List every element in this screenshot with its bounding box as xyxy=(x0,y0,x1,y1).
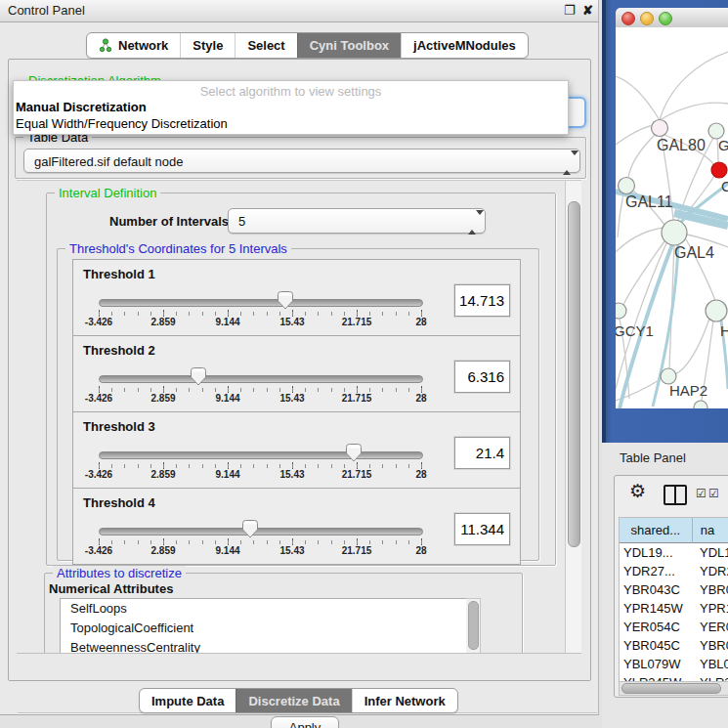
table-data-group: Table Data galFiltered.sif default node xyxy=(15,137,586,179)
attributes-group-title: Attributes to discretize xyxy=(53,566,186,580)
node-gal80[interactable] xyxy=(652,120,668,137)
slider-minor-ticks xyxy=(99,540,423,544)
node-gcy1[interactable] xyxy=(616,303,626,319)
network-window-titlebar xyxy=(616,8,728,28)
node-selected-red[interactable] xyxy=(711,162,727,178)
slider-handle[interactable] xyxy=(346,444,362,462)
slider-track[interactable] xyxy=(99,299,423,307)
split-columns-icon[interactable] xyxy=(664,485,687,505)
attribute-list-item[interactable]: TopologicalCoefficient xyxy=(61,619,467,638)
table-panel-title: Table Panel xyxy=(620,450,686,465)
tick-label: 28 xyxy=(415,469,426,480)
select-all-checkbox-icon[interactable]: ☑ xyxy=(696,488,707,499)
threshold-value-field[interactable]: 6.316 xyxy=(454,361,510,393)
select-none-checkbox-icon[interactable]: ☑ xyxy=(708,488,719,499)
combo-stepper-icon xyxy=(563,155,571,167)
algorithm-option-manual[interactable]: Manual Discretization xyxy=(16,100,147,114)
tab-label: Network xyxy=(118,38,168,53)
control-panel-title: Control Panel xyxy=(8,3,85,18)
tab-network[interactable]: Network xyxy=(87,33,180,58)
tab-jactivemnodules[interactable]: jActiveMNodules xyxy=(401,33,528,58)
tick-label: 9.144 xyxy=(215,469,239,480)
algorithm-placeholder-option[interactable]: Select algorithm to view settings xyxy=(14,84,568,99)
numerical-attributes-list[interactable]: SelfLoopsTopologicalCoefficientBetweenne… xyxy=(60,598,468,654)
table-row[interactable]: YDR27...YDR2 xyxy=(620,562,728,580)
slider-tick-labels: -3.4262.8599.14415.4321.71528 xyxy=(73,317,520,330)
minimize-traffic-light[interactable] xyxy=(640,12,654,25)
node-label-gal80: GAL80 xyxy=(657,137,706,153)
scrollbar-thumb[interactable] xyxy=(621,683,721,694)
threshold-label: Threshold 3 xyxy=(83,419,155,434)
tab-style[interactable]: Style xyxy=(180,33,235,58)
bottom-tab-strip: Impute DataDiscretize DataInfer Network xyxy=(139,688,458,713)
slider-track[interactable] xyxy=(99,451,423,459)
tick-label: -3.426 xyxy=(85,469,112,480)
scrollbar-thumb[interactable] xyxy=(568,201,580,547)
table-cell: YER054C xyxy=(620,618,694,636)
table-row[interactable]: YDL19...YDL1 xyxy=(620,543,728,562)
slider-handle[interactable] xyxy=(191,367,206,386)
slider-track[interactable] xyxy=(99,528,423,535)
table-cell: YDL19... xyxy=(620,543,694,562)
thresholds-group-title: Threshold's Coordinates for 5 Intervals xyxy=(65,241,291,256)
attribute-list-item[interactable]: SelfLoops xyxy=(61,599,467,619)
node-label-gcy1: GCY1 xyxy=(616,322,654,339)
node-bottom[interactable] xyxy=(694,401,707,408)
threshold-value-field[interactable]: 14.713 xyxy=(454,284,510,317)
tab-cyni-toolbox[interactable]: Cyni Toolbox xyxy=(297,33,401,58)
network-canvas[interactable]: GAL80 GA C GAL11 GAL4 GCY1 H HAP2 xyxy=(616,27,728,408)
top-tab-strip: NetworkStyleSelectCyni ToolboxjActiveMNo… xyxy=(86,32,529,59)
tab-select[interactable]: Select xyxy=(235,33,296,58)
zoom-traffic-light[interactable] xyxy=(659,12,672,25)
number-of-intervals-value: 5 xyxy=(238,214,245,229)
slider-handle[interactable] xyxy=(242,520,258,538)
number-of-intervals-select[interactable]: 5 xyxy=(228,208,486,234)
tick-label: -3.426 xyxy=(85,317,112,327)
threshold-label: Threshold 4 xyxy=(83,495,155,510)
tab-discretize-data[interactable]: Discretize Data xyxy=(236,689,351,712)
table-cell: YBR045C xyxy=(620,636,694,655)
column-header-shared-name[interactable]: shared... xyxy=(620,518,693,543)
tab-impute-data[interactable]: Impute Data xyxy=(140,689,236,712)
node-h[interactable] xyxy=(706,300,727,321)
threshold-value-field[interactable]: 21.4 xyxy=(454,437,510,469)
close-traffic-light[interactable] xyxy=(621,12,635,25)
attribute-list-item[interactable]: BetweennessCentrality xyxy=(61,638,467,654)
close-window-icon[interactable]: ✘ xyxy=(582,4,593,18)
threshold-panel: Threshold 1 -3.4262.8599.14415.4321.7152… xyxy=(72,259,521,336)
settings-scrollbar[interactable] xyxy=(565,181,581,653)
slider-handle[interactable] xyxy=(278,291,293,310)
tick-label: 2.859 xyxy=(150,317,175,327)
threshold-value-field[interactable]: 11.344 xyxy=(454,513,510,545)
table-row[interactable]: YBL079WYBL0 xyxy=(620,655,728,673)
attributes-list-scrollbar[interactable] xyxy=(466,598,481,654)
table-row[interactable]: YPR145WYPR1 xyxy=(620,599,728,618)
apply-button[interactable]: Apply xyxy=(271,716,339,728)
table-row[interactable]: YBR043CYBR0 xyxy=(620,580,728,599)
float-window-icon[interactable]: ❐ xyxy=(564,4,576,18)
node-gal4[interactable] xyxy=(662,220,687,245)
algorithm-option-equal-width[interactable]: Equal Width/Frequency Discretization xyxy=(16,116,228,131)
tab-label: jActiveMNodules xyxy=(413,38,516,53)
settings-scroll-area: Interval Definition Number of Intervals … xyxy=(17,180,581,654)
table-data-select[interactable]: galFiltered.sif default node xyxy=(23,149,580,173)
table-row[interactable]: YBR045CYBR0 xyxy=(620,636,728,655)
gear-icon[interactable]: ⚙ xyxy=(629,482,646,501)
table-row[interactable]: YER054CYER0 xyxy=(620,618,728,636)
slider-track[interactable] xyxy=(99,375,423,383)
table-header-row: shared... na xyxy=(620,518,728,542)
slider-tick-labels: -3.4262.8599.14415.4321.71528 xyxy=(73,545,520,559)
scrollbar-thumb[interactable] xyxy=(468,601,479,650)
table-rows: YDL19...YDL1YDR27...YDR2YBR043CYBR0YPR14… xyxy=(620,543,728,683)
node-gal11[interactable] xyxy=(619,178,635,194)
threshold-list: Threshold 1 -3.4262.8599.14415.4321.7152… xyxy=(72,260,521,565)
node-label-hap2: HAP2 xyxy=(669,382,707,399)
thresholds-group: Threshold's Coordinates for 5 Intervals … xyxy=(57,248,539,561)
tab-label: Discretize Data xyxy=(248,694,339,708)
table-data-selected-value: galFiltered.sif default node xyxy=(34,153,183,168)
table-horizontal-scrollbar[interactable] xyxy=(619,681,728,696)
column-header-name[interactable]: na xyxy=(693,518,728,543)
apply-row: Apply xyxy=(18,712,597,728)
tab-label: Select xyxy=(247,38,284,53)
tab-infer-network[interactable]: Infer Network xyxy=(352,689,457,712)
